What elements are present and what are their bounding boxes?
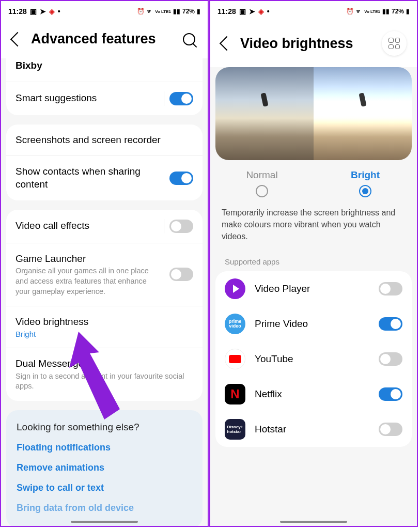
- nav-indicator[interactable]: [71, 521, 138, 523]
- prime-video-icon: primevideo: [225, 314, 245, 334]
- help-link-animations[interactable]: Remove animations: [17, 462, 192, 473]
- battery-icon: ▮: [406, 8, 410, 15]
- phone-right: 11:28 ▣ ➤ ◈ • ⏰ ᯤ Vo LTE1 ▮▮ 72% ▮ Video…: [209, 0, 418, 527]
- hotstar-icon: Disney+hotstar: [225, 419, 245, 440]
- game-launcher-label: Game Launcher: [15, 253, 163, 266]
- radio-normal[interactable]: [256, 185, 268, 197]
- brightness-content: Normal Bright Temporarily increase the s…: [210, 67, 417, 526]
- preview-bright: [314, 67, 412, 160]
- page-title: Video brightness: [240, 36, 374, 52]
- row-dual-messenger[interactable]: Dual Messenger Sign in to a second accou…: [6, 348, 203, 401]
- row-contacts-sharing[interactable]: Show contacts when sharing content: [6, 155, 203, 200]
- search-button[interactable]: [183, 33, 195, 45]
- header: Advanced features: [1, 22, 208, 58]
- radio-bright[interactable]: [359, 185, 371, 197]
- app-row-netflix[interactable]: N Netflix: [215, 377, 412, 412]
- app-name: Video Player: [255, 283, 369, 294]
- dot-icon: •: [267, 7, 270, 15]
- row-video-brightness[interactable]: Video brightness Bright: [6, 306, 203, 348]
- quick-panel-button[interactable]: [382, 31, 407, 56]
- video-brightness-label: Video brightness: [15, 316, 187, 329]
- signal-icon: ▮▮: [382, 8, 390, 15]
- gallery-icon: ▣: [239, 7, 246, 15]
- video-brightness-value: Bright: [15, 330, 187, 338]
- app-name: Netflix: [255, 388, 369, 400]
- video-player-toggle[interactable]: [379, 282, 402, 295]
- game-launcher-toggle[interactable]: [169, 268, 193, 281]
- preview-image: [215, 67, 412, 160]
- mode-normal[interactable]: Normal: [210, 169, 314, 197]
- grid-icon: [388, 38, 400, 49]
- back-button[interactable]: [220, 36, 234, 51]
- smart-suggestions-toggle[interactable]: [169, 92, 193, 105]
- bixby-label: Bixby: [15, 59, 187, 72]
- brightness-description: Temporarily increase the screen brightne…: [210, 201, 417, 255]
- app-row-prime[interactable]: primevideo Prime Video: [215, 306, 412, 341]
- help-title: Looking for something else?: [17, 422, 192, 433]
- video-player-icon: [225, 278, 245, 299]
- wifi-icon: ᯤ: [356, 8, 362, 15]
- mode-selector: Normal Bright: [210, 164, 417, 201]
- send-icon: ➤: [40, 7, 46, 15]
- netflix-toggle[interactable]: [379, 387, 402, 401]
- opera-icon: ◈: [49, 7, 55, 15]
- help-link-swipe[interactable]: Swipe to call or text: [17, 483, 192, 493]
- preview-normal: [215, 67, 314, 160]
- apps-card: Video Player primevideo Prime Video YouT…: [215, 271, 412, 447]
- prime-video-toggle[interactable]: [379, 317, 402, 331]
- row-screenshots[interactable]: Screenshots and screen recorder: [6, 125, 203, 156]
- app-name: YouTube: [255, 353, 369, 365]
- nav-indicator[interactable]: [280, 521, 347, 523]
- divider-icon: [164, 219, 165, 234]
- video-call-toggle[interactable]: [169, 220, 193, 233]
- mode-normal-label: Normal: [246, 169, 277, 181]
- help-link-floating[interactable]: Floating notifications: [17, 442, 192, 453]
- dot-icon: •: [58, 7, 60, 15]
- status-time: 11:28: [8, 7, 27, 15]
- status-bar: 11:28 ▣ ➤ ◈ • ⏰ ᯤ Vo LTE1 ▮▮ 72% ▮: [1, 1, 208, 22]
- status-time: 11:28: [217, 7, 236, 15]
- card-lower: Video call effects Game Launcher Organis…: [6, 210, 203, 401]
- youtube-icon: [225, 349, 245, 369]
- video-call-label: Video call effects: [15, 220, 158, 232]
- gallery-icon: ▣: [30, 7, 37, 15]
- battery-icon: ▮: [197, 8, 200, 15]
- mode-bright[interactable]: Bright: [314, 169, 417, 197]
- phone-left: 11:28 ▣ ➤ ◈ • ⏰ ᯤ Vo LTE1 ▮▮ 72% ▮ Advan…: [0, 0, 209, 527]
- contacts-sharing-toggle[interactable]: [169, 172, 193, 185]
- app-row-youtube[interactable]: YouTube: [215, 341, 412, 377]
- youtube-toggle[interactable]: [379, 352, 402, 366]
- row-bixby[interactable]: Bixby: [6, 58, 203, 82]
- dual-messenger-label: Dual Messenger: [15, 357, 187, 370]
- signal-icon: ▮▮: [173, 8, 180, 15]
- header: Video brightness: [210, 22, 417, 67]
- send-icon: ➤: [249, 7, 255, 15]
- status-bar: 11:28 ▣ ➤ ◈ • ⏰ ᯤ Vo LTE1 ▮▮ 72% ▮: [210, 1, 417, 22]
- game-launcher-sub: Organise all your games all in one place…: [15, 266, 163, 297]
- settings-list: Bixby Smart suggestions Screenshots and …: [1, 58, 208, 526]
- app-row-video-player[interactable]: Video Player: [215, 271, 412, 306]
- alarm-icon: ⏰: [137, 8, 145, 15]
- divider-icon: [164, 91, 165, 106]
- help-link-bring-data[interactable]: Bring data from old device: [17, 503, 192, 514]
- app-name: Prime Video: [255, 318, 369, 330]
- row-smart-suggestions[interactable]: Smart suggestions: [6, 82, 203, 115]
- app-row-hotstar[interactable]: Disney+hotstar Hotstar: [215, 412, 412, 447]
- row-game-launcher[interactable]: Game Launcher Organise all your games al…: [6, 243, 203, 306]
- card-top: Bixby Smart suggestions: [6, 58, 203, 115]
- card-middle: Screenshots and screen recorder Show con…: [6, 125, 203, 200]
- battery-text: 72%: [392, 8, 404, 15]
- opera-icon: ◈: [258, 7, 264, 15]
- wifi-icon: ᯤ: [147, 8, 153, 15]
- dual-messenger-sub: Sign in to a second account in your favo…: [15, 371, 187, 392]
- back-button[interactable]: [10, 32, 25, 46]
- mode-bright-label: Bright: [351, 169, 380, 181]
- alarm-icon: ⏰: [346, 8, 354, 15]
- contacts-sharing-label: Show contacts when sharing content: [15, 165, 163, 191]
- row-video-call[interactable]: Video call effects: [6, 210, 203, 243]
- hotstar-toggle[interactable]: [379, 423, 402, 436]
- netflix-icon: N: [225, 384, 245, 404]
- network-label: Vo LTE1: [364, 9, 380, 14]
- battery-text: 72%: [182, 8, 195, 15]
- page-title: Advanced features: [31, 31, 175, 47]
